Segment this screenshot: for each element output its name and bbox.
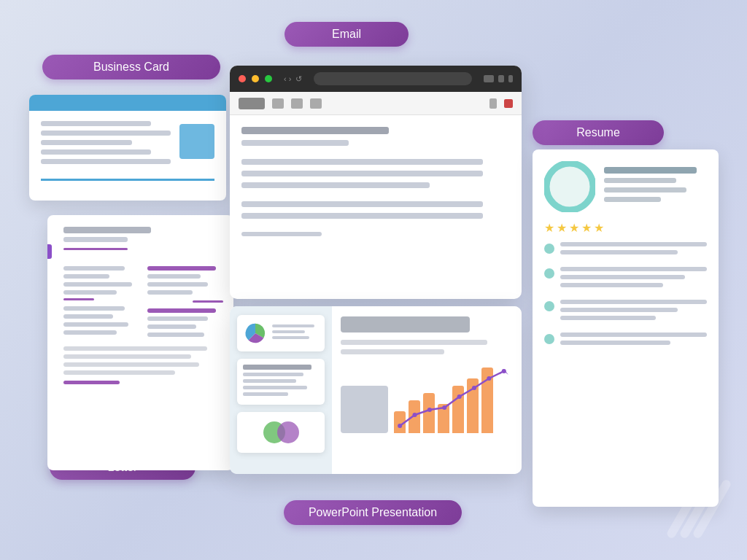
bc-line-4 <box>41 149 151 155</box>
resume-dot-1 <box>544 244 554 254</box>
resume-name-block <box>604 167 707 206</box>
label-powerpoint: PowerPoint Presentation <box>284 500 462 525</box>
body-4 <box>63 370 175 375</box>
ppt-thumb-1 <box>237 315 325 351</box>
resume-document: ★ ★ ★ ★ ★ <box>533 149 719 507</box>
ll-5 <box>63 306 125 311</box>
ppt-venn-diagram <box>243 418 319 447</box>
bc-bottom-accent <box>41 179 214 181</box>
resume-header <box>544 161 707 212</box>
resume-item-1 <box>544 242 707 258</box>
ppt-pie-chart <box>243 321 268 346</box>
page-container: Business Card Email Resume Letter PowerP… <box>0 0 747 560</box>
letter-footer <box>63 381 120 384</box>
pt2-3 <box>243 379 296 383</box>
resume-dot-3 <box>544 301 554 311</box>
rn-4 <box>604 197 661 202</box>
star-4: ★ <box>581 221 592 235</box>
resume-item-lines-2 <box>560 267 707 291</box>
resume-dot-4 <box>544 334 554 344</box>
ll-4 <box>63 290 117 295</box>
body-2 <box>63 354 191 359</box>
lr-5 <box>147 308 216 313</box>
ril-2-1 <box>560 267 707 271</box>
label-resume: Resume <box>533 120 664 145</box>
resume-item-3 <box>544 300 707 324</box>
toolbar-send-btn <box>239 98 265 109</box>
rn-3 <box>604 187 686 192</box>
resume-list <box>544 242 707 349</box>
ppt-slide-title <box>341 316 470 332</box>
bar-5 <box>452 386 464 433</box>
resume-avatar <box>544 161 595 212</box>
letter-two-col <box>63 266 223 341</box>
pt2-1 <box>243 365 311 370</box>
ril-1-2 <box>560 250 678 254</box>
browser-icon-2 <box>498 75 504 82</box>
letter-document <box>47 215 233 470</box>
email-toolbar <box>230 92 522 115</box>
ppt-chart-area <box>341 360 513 433</box>
lr-7 <box>147 324 197 329</box>
ppt-pie-legend <box>272 324 319 342</box>
resume-dot-2 <box>544 268 554 279</box>
resume-item-4 <box>544 332 707 349</box>
toolbar-format-icon <box>272 98 284 109</box>
ll-8 <box>63 330 117 335</box>
lr-3 <box>147 282 209 287</box>
ppt-thumb-3 <box>237 412 325 453</box>
browser-minimize-btn <box>252 75 259 82</box>
browser-maximize-btn <box>265 75 272 82</box>
email-para-1 <box>241 159 483 165</box>
body-3 <box>63 362 199 367</box>
svg-point-11 <box>502 369 506 373</box>
svg-point-2 <box>277 421 299 443</box>
ril-4-2 <box>560 341 670 345</box>
ril-3-3 <box>560 316 656 320</box>
bar-3 <box>423 393 435 433</box>
email-footer-line <box>241 232 322 236</box>
star-5: ★ <box>594 221 604 235</box>
ppt-image-box <box>341 386 388 433</box>
bc-line-2 <box>41 131 171 136</box>
bc-line-1 <box>41 121 151 126</box>
letter-col-left <box>63 266 140 341</box>
ll-2 <box>63 274 109 279</box>
bar-2 <box>409 400 420 433</box>
lr-div <box>193 300 223 303</box>
lr-8 <box>147 332 204 337</box>
toolbar-more-icon <box>489 98 497 109</box>
ll-1 <box>63 266 125 271</box>
browser-nav: ‹ › ↺ <box>284 74 302 84</box>
nav-back: ‹ › <box>284 74 291 84</box>
pt2-5 <box>243 392 288 396</box>
bar-4 <box>438 404 449 433</box>
pt2-4 <box>243 386 307 389</box>
letter-sub-line <box>63 237 128 242</box>
bar-1 <box>394 411 406 433</box>
lr-6 <box>147 316 209 321</box>
letter-divider-1 <box>63 248 128 250</box>
ril-2-2 <box>560 275 685 279</box>
toolbar-delete-icon <box>504 99 513 108</box>
letter-accent-bar <box>47 244 52 259</box>
email-sub-line <box>241 140 349 146</box>
ril-3-1 <box>560 300 707 304</box>
ll-div <box>63 298 94 300</box>
star-3: ★ <box>569 221 579 235</box>
ppt-pie-section <box>243 321 319 346</box>
ril-3-2 <box>560 308 678 312</box>
ppt-thumb-2 <box>237 359 325 405</box>
ril-2-3 <box>560 283 663 287</box>
body-1 <box>63 346 207 351</box>
email-document: ‹ › ↺ <box>230 66 522 299</box>
email-para-4 <box>241 201 483 207</box>
browser-icon-3 <box>508 75 513 82</box>
nav-reload: ↺ <box>295 74 302 84</box>
svg-marker-3 <box>500 369 508 375</box>
rn-2 <box>604 178 676 183</box>
toolbar-attach-icon <box>310 98 322 109</box>
lr-1 <box>147 266 216 271</box>
bc-text-block <box>41 121 171 168</box>
ppt-main-area <box>332 306 522 474</box>
